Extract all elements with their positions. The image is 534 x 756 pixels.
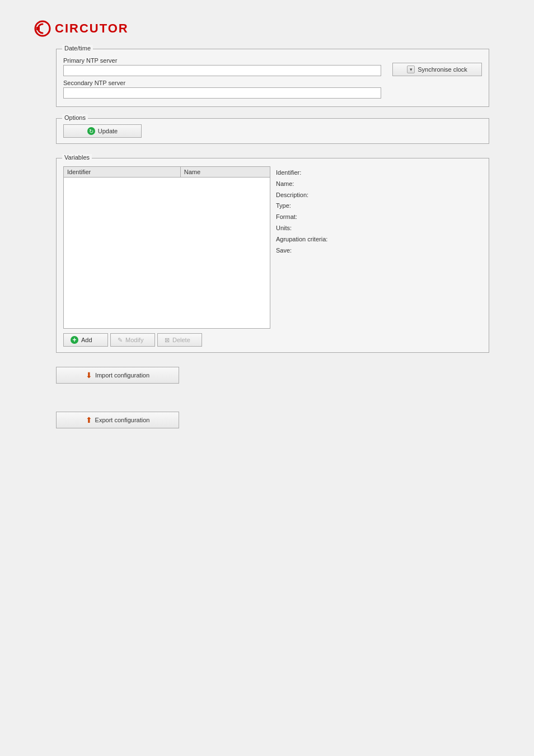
- pencil-icon: ✎: [118, 337, 123, 344]
- sync-button-label: Synchronise clock: [418, 66, 467, 73]
- circutor-logo-icon: [34, 20, 51, 38]
- secondary-ntp-input[interactable]: [63, 87, 381, 99]
- spacer-1: [0, 389, 534, 412]
- modify-variable-button[interactable]: ✎ Modify: [110, 333, 155, 347]
- delete-variable-button[interactable]: ⊠ Delete: [157, 333, 202, 347]
- add-icon: [71, 336, 78, 344]
- sync-chevron-icon: [407, 66, 415, 73]
- variables-table-area: Identifier Name Add ✎ Modif: [63, 166, 270, 347]
- col-name-header: Name: [180, 167, 270, 178]
- variables-box: Variables Identifier Name: [56, 158, 489, 353]
- datetime-section: Date/time Primary NTP server Secondary N…: [56, 49, 489, 107]
- primary-ntp-input[interactable]: [63, 65, 381, 76]
- export-configuration-button[interactable]: ⬆ Export configuration: [56, 412, 179, 428]
- import-section: ⬇ Import configuration: [56, 367, 489, 384]
- info-description: Description:: [276, 190, 482, 201]
- update-button[interactable]: Update: [63, 124, 142, 138]
- export-section: ⬆ Export configuration: [56, 412, 489, 428]
- primary-ntp-label: Primary NTP server: [63, 57, 381, 64]
- options-box: Options Update: [56, 118, 489, 144]
- trash-icon: ⊠: [165, 337, 170, 344]
- variables-buttons: Add ✎ Modify ⊠ Delete: [63, 333, 270, 347]
- info-save: Save:: [276, 245, 482, 256]
- datetime-content: Primary NTP server Secondary NTP server …: [63, 57, 482, 99]
- options-legend: Options: [62, 114, 88, 121]
- modify-button-label: Modify: [125, 337, 143, 343]
- sync-clock-button[interactable]: Synchronise clock: [392, 63, 482, 76]
- datetime-left: Primary NTP server Secondary NTP server: [63, 57, 381, 99]
- info-agrupation: Agrupation criteria:: [276, 234, 482, 245]
- add-button-label: Add: [81, 337, 92, 343]
- logo-area: CIRCUTOR: [0, 11, 534, 49]
- col-identifier-header: Identifier: [64, 167, 181, 178]
- variables-legend: Variables: [62, 154, 92, 161]
- export-icon: ⬆: [86, 416, 92, 424]
- page-wrapper: CIRCUTOR Date/time Primary NTP server Se…: [0, 0, 534, 445]
- info-name: Name:: [276, 179, 482, 190]
- update-icon: [87, 127, 95, 135]
- import-icon: ⬇: [86, 371, 92, 380]
- variables-table-body[interactable]: [63, 178, 270, 329]
- variables-info: Identifier: Name: Description: Type: For…: [276, 166, 482, 347]
- info-identifier: Identifier:: [276, 167, 482, 179]
- datetime-right: Synchronise clock: [392, 57, 482, 76]
- svg-rect-1: [36, 27, 40, 30]
- info-format: Format:: [276, 212, 482, 223]
- import-configuration-button[interactable]: ⬇ Import configuration: [56, 367, 179, 384]
- info-type: Type:: [276, 200, 482, 212]
- export-button-label: Export configuration: [95, 417, 150, 423]
- logo-text: CIRCUTOR: [55, 21, 129, 36]
- secondary-ntp-label: Secondary NTP server: [63, 80, 381, 86]
- variables-table-head: Identifier Name: [64, 167, 270, 178]
- variables-content: Identifier Name Add ✎ Modif: [63, 166, 482, 347]
- options-section: Options Update: [56, 118, 489, 144]
- delete-button-label: Delete: [172, 337, 190, 343]
- add-variable-button[interactable]: Add: [63, 333, 108, 347]
- import-button-label: Import configuration: [95, 372, 149, 379]
- datetime-legend: Date/time: [62, 45, 93, 52]
- variables-section: Variables Identifier Name: [56, 158, 489, 353]
- variables-table: Identifier Name: [63, 166, 270, 178]
- update-button-label: Update: [98, 128, 118, 134]
- info-units: Units:: [276, 223, 482, 234]
- variables-table-header-row: Identifier Name: [64, 167, 270, 178]
- datetime-box: Date/time Primary NTP server Secondary N…: [56, 49, 489, 107]
